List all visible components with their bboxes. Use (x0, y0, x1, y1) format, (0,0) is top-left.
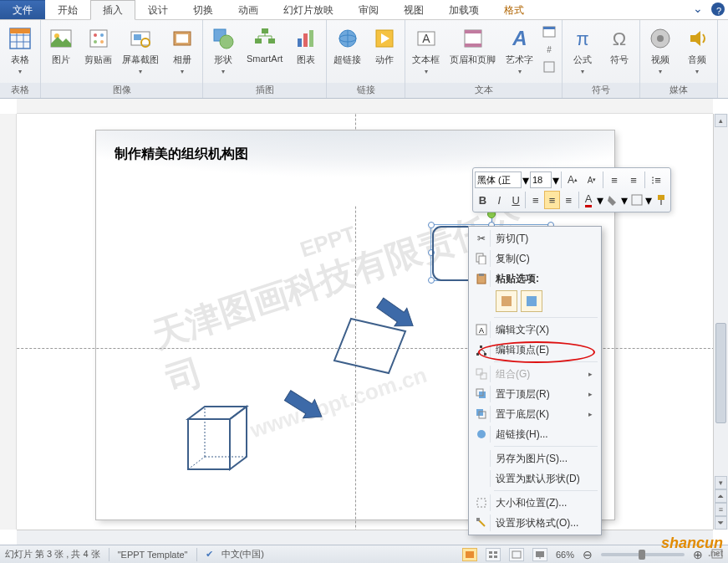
menu-set-default[interactable]: 设置为默认形状(D) (471, 468, 599, 489)
svg-rect-72 (479, 392, 486, 398)
align-center-icon[interactable]: ≡ (544, 191, 560, 209)
menu-save-as-pic[interactable]: 另存为图片(S)... (471, 448, 599, 468)
object-icon[interactable] (540, 59, 558, 75)
group-icon (472, 366, 491, 382)
cube-shape[interactable] (184, 402, 259, 473)
help-icon[interactable]: ? (711, 3, 725, 16)
shrink-font-icon[interactable]: A▾ (583, 171, 601, 189)
menu-send-back[interactable]: 置于底层(K)▸ (471, 404, 599, 424)
mini-toolbar[interactable]: ▾ ▾ A▴ A▾ ≡ ≡ ⁝≡ B I U ≡ ≡ ≡ A▾ ▾ ▾ (472, 167, 671, 212)
tab-animation[interactable]: 动画 (226, 0, 271, 19)
menu-hyperlink[interactable]: 超链接(H)... (471, 424, 599, 444)
scroll-thumb[interactable] (715, 323, 726, 423)
video-button[interactable]: 视频▾ (644, 23, 677, 77)
size-dropdown-icon[interactable]: ▾ (552, 172, 559, 188)
tab-insert[interactable]: 插入 (90, 0, 135, 20)
scroll-up-icon[interactable]: ▴ (715, 114, 727, 127)
tab-design[interactable]: 设计 (135, 0, 181, 19)
align-right-icon[interactable]: ≡ (561, 191, 577, 209)
tab-review[interactable]: 审阅 (346, 0, 391, 19)
scroll-down-icon[interactable]: ▾ (715, 476, 727, 489)
underline-icon[interactable]: U (508, 191, 524, 209)
reading-view-icon[interactable] (509, 548, 524, 561)
language-indicator[interactable]: 中文(中国) (221, 548, 264, 560)
svg-rect-78 (476, 518, 480, 521)
svg-rect-37 (465, 30, 481, 33)
menu-bring-front[interactable]: 置于顶层(R)▸ (471, 384, 599, 404)
album-button[interactable]: 相册▾ (165, 23, 199, 77)
parallelogram-shape[interactable] (330, 315, 410, 377)
arrow-shape-2[interactable] (271, 379, 330, 432)
paste-option-2[interactable] (521, 290, 542, 312)
increase-indent-icon[interactable]: ≡ (624, 171, 643, 189)
hyperlink-button[interactable]: 超链接 (330, 23, 364, 68)
slide-number-icon[interactable]: # (540, 41, 558, 58)
tab-file[interactable]: 文件 (0, 0, 45, 19)
sorter-view-icon[interactable] (486, 548, 501, 561)
menu-copy[interactable]: 复制(C) (471, 248, 599, 269)
picture-button[interactable]: 图片 (44, 23, 78, 68)
screenshot-button[interactable]: 屏幕截图▾ (119, 23, 162, 77)
italic-icon[interactable]: I (491, 191, 507, 209)
clipart-button[interactable]: 剪贴画 (81, 23, 115, 68)
group-links-label: 链接 (327, 83, 405, 98)
menu-cut[interactable]: ✂剪切(T) (471, 228, 599, 248)
bullets-icon[interactable]: ⁝≡ (647, 171, 665, 189)
grow-font-icon[interactable]: A▴ (563, 171, 582, 189)
bold-icon[interactable]: B (475, 191, 491, 209)
menu-edit-text[interactable]: A编辑文字(X) (471, 320, 599, 340)
date-time-icon[interactable] (540, 23, 558, 40)
table-button[interactable]: 表格▾ (3, 23, 37, 77)
smartart-button[interactable]: SmartArt (243, 23, 286, 65)
headerfooter-button[interactable]: 页眉和页脚 (446, 23, 499, 68)
minimize-ribbon-icon[interactable]: ⌄ (688, 0, 708, 19)
tab-addins[interactable]: 加载项 (436, 0, 491, 19)
fill-color-icon[interactable] (604, 191, 620, 209)
tab-slideshow[interactable]: 幻灯片放映 (271, 0, 346, 19)
scrollbar-horizontal[interactable] (17, 530, 713, 545)
nav-menu-icon[interactable]: ≡ (715, 503, 727, 516)
zoom-level[interactable]: 66% (556, 550, 574, 560)
scrollbar-vertical[interactable]: ▴ ▾ ⏶ ≡ ⏷ (713, 114, 728, 530)
svg-text:#: # (547, 45, 552, 54)
normal-view-icon[interactable] (462, 548, 477, 561)
spell-check-icon[interactable]: ✔ (206, 549, 213, 560)
tab-transition[interactable]: 切换 (181, 0, 226, 19)
zoom-out-icon[interactable]: ⊖ (583, 548, 593, 561)
tab-format[interactable]: 格式 (491, 0, 537, 19)
slideshow-view-icon[interactable] (532, 548, 547, 561)
svg-rect-29 (309, 30, 313, 47)
align-left-icon[interactable]: ≡ (527, 191, 543, 209)
font-dropdown-icon[interactable]: ▾ (522, 172, 529, 188)
svg-rect-64 (527, 296, 537, 306)
outline-color-icon[interactable] (629, 191, 644, 209)
audio-button[interactable]: 音频▾ (680, 23, 714, 77)
zoom-thumb[interactable] (639, 550, 645, 560)
shapes-button[interactable]: 形状▾ (206, 23, 240, 77)
action-button[interactable]: 动作 (368, 23, 401, 68)
svg-rect-69 (480, 345, 482, 348)
font-color-icon[interactable]: A (581, 191, 597, 209)
prev-slide-icon[interactable]: ⏶ (715, 489, 727, 503)
size-pos-icon (472, 494, 491, 511)
font-size-input[interactable] (530, 171, 552, 188)
tab-view[interactable]: 视图 (391, 0, 436, 19)
svg-point-76 (477, 430, 486, 438)
symbol-button[interactable]: Ω符号 (603, 23, 636, 68)
chart-button[interactable]: 图表 (289, 23, 323, 68)
textbox-button[interactable]: A文本框▾ (409, 23, 443, 77)
format-painter-icon[interactable] (653, 191, 669, 209)
next-slide-icon[interactable]: ⏷ (715, 516, 727, 530)
font-name-input[interactable] (475, 171, 522, 188)
svg-marker-52 (230, 407, 247, 469)
equation-button[interactable]: π公式▾ (566, 23, 599, 77)
menu-edit-points[interactable]: 编辑顶点(E) (471, 340, 599, 360)
menu-format-shape[interactable]: 设置形状格式(O)... (471, 513, 599, 533)
svg-rect-56 (632, 195, 642, 205)
decrease-indent-icon[interactable]: ≡ (605, 171, 624, 189)
group-illustrations: 形状▾ SmartArt 图表 插图 (203, 20, 327, 98)
wordart-button[interactable]: A艺术字▾ (502, 23, 537, 77)
paste-option-1[interactable] (496, 290, 517, 312)
menu-size-pos[interactable]: 大小和位置(Z)... (471, 493, 599, 513)
tab-home[interactable]: 开始 (45, 0, 90, 19)
